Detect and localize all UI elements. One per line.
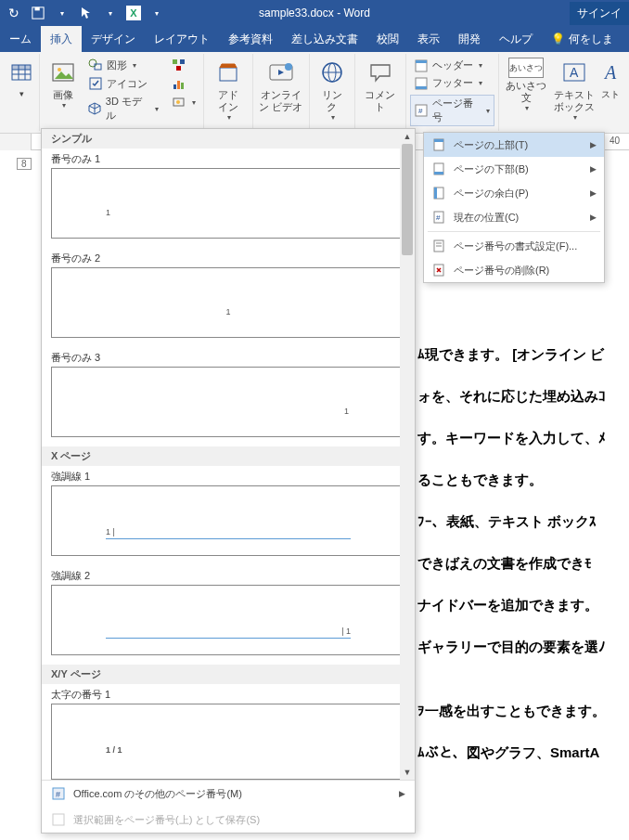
tab-tell-me[interactable]: 💡何をしま [542, 26, 623, 52]
submenu-remove[interactable]: ページ番号の削除(R) [424, 258, 604, 282]
submenu-page-top[interactable]: ページの上部(T) ▶ [424, 133, 604, 157]
greeting-button[interactable]: あいさつ あいさつ 文 ▾ [503, 56, 549, 114]
group-tables: ▾ [4, 54, 40, 131]
scroll-down-icon[interactable]: ▼ [400, 765, 415, 780]
comment-label: コメント [361, 89, 400, 113]
group-illustrations: 画像 ▾ 図形▾ アイコン 3D モデル▾ [40, 54, 204, 131]
footer-button[interactable]: フッター▾ [410, 75, 494, 91]
svg-rect-39 [434, 139, 443, 142]
header-label: ヘッダー [432, 58, 473, 72]
gallery-footer: # Office.com のその他のページ番号(M) ▶ 選択範囲をページ番号(… [42, 780, 415, 833]
chart-button[interactable] [168, 74, 199, 93]
quickparts-button[interactable]: A スト [599, 56, 622, 102]
screenshot-icon [172, 95, 186, 110]
chevron-right-icon: ▶ [399, 789, 405, 798]
gallery-more-office[interactable]: # Office.com のその他のページ番号(M) ▶ [42, 781, 415, 807]
svg-rect-28 [416, 60, 427, 63]
submenu-current-position[interactable]: # 現在の位置(C) ▶ [424, 205, 604, 229]
menu-separator [428, 231, 600, 232]
pagenumber-icon: # [415, 104, 429, 117]
scroll-up-icon[interactable]: ▲ [400, 129, 415, 144]
tab-review[interactable]: 校閲 [367, 26, 408, 52]
video-icon [266, 58, 296, 87]
shapes-button[interactable]: 図形▾ [84, 56, 162, 74]
redo-icon[interactable]: ↻ [6, 5, 22, 21]
window-title: sample33.docx - Word [259, 6, 370, 19]
tab-view[interactable]: 表示 [408, 26, 449, 52]
pagenumber-submenu: ページの上部(T) ▶ ページの下部(B) ▶ ページの余白(P) ▶ # 現在… [423, 132, 605, 283]
svg-point-20 [176, 100, 180, 104]
group-link: リン ク ▾ [310, 54, 355, 131]
smartart-button[interactable] [168, 56, 199, 74]
svg-rect-13 [173, 59, 177, 64]
tab-insert[interactable]: 挿入 [41, 26, 82, 52]
excel-icon[interactable]: X [126, 6, 141, 20]
current-pos-icon: # [431, 210, 446, 225]
scroll-thumb[interactable] [402, 144, 413, 255]
tab-references[interactable]: 参考資料 [219, 26, 282, 52]
link-button[interactable]: リン ク ▾ [314, 56, 351, 123]
svg-rect-18 [181, 83, 184, 89]
submenu-page-margins[interactable]: ページの余白(P) ▶ [424, 181, 604, 205]
gallery-item-acc1[interactable]: 1 | [51, 485, 405, 556]
pointer-icon[interactable] [78, 5, 95, 21]
svg-rect-30 [416, 86, 427, 89]
tab-home[interactable]: ーム [0, 26, 41, 52]
tab-help[interactable]: ヘルプ [490, 26, 542, 52]
comment-button[interactable]: コメント [359, 56, 402, 115]
svg-text:#: # [436, 213, 441, 222]
line-number: 8 [17, 158, 32, 170]
tab-developer[interactable]: 開発 [449, 26, 490, 52]
gallery-save-selection: 選択範囲をページ番号(上) として保存(S) [42, 807, 415, 833]
footer-label: フッター [432, 76, 473, 90]
gallery-item-label: 番号のみ 2 [42, 248, 415, 267]
image-icon [48, 58, 78, 87]
gallery-scrollbar[interactable]: ▲ ▼ [400, 129, 415, 780]
tab-layout[interactable]: レイアウト [145, 26, 219, 52]
store-icon [213, 58, 243, 87]
svg-point-23 [285, 63, 292, 71]
submenu-format[interactable]: ページ番号の書式設定(F)... [424, 234, 604, 258]
link-icon [317, 58, 347, 87]
tab-mailings[interactable]: 差し込み文書 [282, 26, 367, 52]
svg-rect-16 [173, 84, 176, 89]
greeting-icon: あいさつ [508, 58, 544, 78]
icons-icon [88, 76, 103, 91]
submenu-page-bottom[interactable]: ページの下部(B) ▶ [424, 157, 604, 181]
link-label: リン ク [322, 89, 342, 113]
chevron-right-icon: ▶ [590, 213, 597, 222]
shapes-label: 図形 [107, 58, 127, 72]
3dmodels-button[interactable]: 3D モデル▾ [84, 93, 162, 124]
submenu-margins-label: ページの余白(P) [454, 187, 529, 200]
svg-rect-15 [176, 66, 181, 71]
gallery-item-num1[interactable]: 1 [51, 168, 405, 239]
addins-button[interactable]: アド イン ▾ [208, 56, 249, 123]
signin-button[interactable]: サインイ [570, 2, 629, 25]
submenu-top-label: ページの上部(T) [454, 138, 528, 152]
gallery-more-label: Office.com のその他のページ番号(M) [73, 787, 242, 801]
svg-rect-21 [220, 68, 237, 81]
tab-design[interactable]: デザイン [82, 26, 145, 52]
chevron-right-icon: ▶ [590, 188, 597, 198]
gallery-item-label: 番号のみ 3 [42, 347, 415, 367]
quickparts-label: スト [601, 89, 620, 100]
image-button[interactable]: 画像 ▾ [44, 56, 83, 111]
onlinevideo-button[interactable]: オンライ ン ビデオ [257, 56, 305, 115]
screenshot-button[interactable]: ▾ [168, 93, 199, 111]
office-icon: # [51, 786, 66, 801]
header-button[interactable]: ヘッダー▾ [410, 58, 494, 73]
qat-more-icon[interactable]: ▾ [148, 5, 165, 21]
title-bar: ↻ ▾ ▾ X ▾ sample33.docx - Word サインイ [0, 0, 629, 26]
qat-dropdown-icon[interactable]: ▾ [54, 5, 71, 21]
gallery-item-num2[interactable]: 1 [51, 267, 405, 338]
textbox-button[interactable]: A テキスト ボックス ▾ [551, 56, 597, 123]
save-icon[interactable] [30, 5, 46, 21]
ruler-corner [0, 134, 32, 150]
gallery-item-bold1[interactable]: 1 / 1 [51, 704, 405, 780]
icons-button[interactable]: アイコン [84, 74, 162, 93]
gallery-item-num3[interactable]: 1 [51, 367, 405, 437]
pagenumber-button[interactable]: # ページ番号▾ [410, 95, 494, 126]
gallery-item-acc2[interactable]: | 1 [51, 585, 405, 655]
table-button[interactable]: ▾ [7, 56, 35, 101]
qat-touch-icon[interactable]: ▾ [102, 5, 119, 21]
